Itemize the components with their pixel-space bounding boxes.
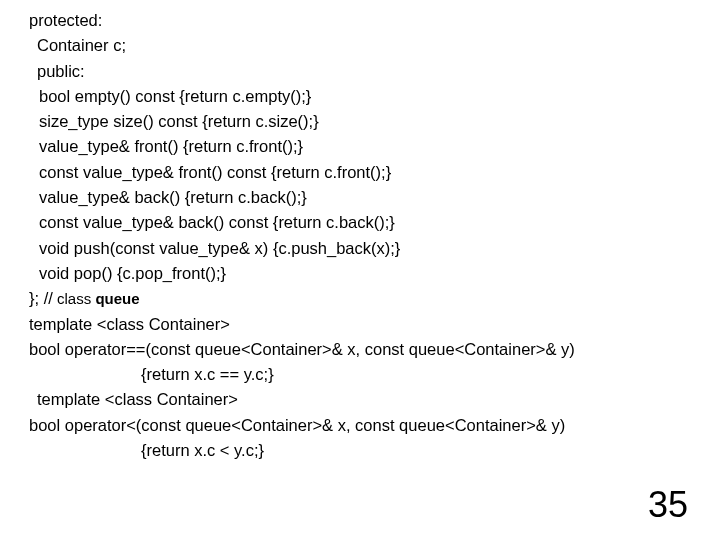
- code-line: bool operator==(const queue<Container>& …: [29, 337, 689, 362]
- page-number: 35: [648, 484, 688, 526]
- slide-root: protected: Container c; public: bool emp…: [0, 0, 720, 540]
- code-line: void pop() {c.pop_front();}: [39, 261, 689, 286]
- code-line: template <class Container>: [37, 387, 689, 412]
- code-line: template <class Container>: [29, 312, 689, 337]
- code-line: }; // class queue: [29, 286, 689, 311]
- code-line: Container c;: [37, 33, 689, 58]
- code-line: const value_type& front() const {return …: [39, 160, 689, 185]
- code-line: bool empty() const {return c.empty();}: [39, 84, 689, 109]
- code-line: public:: [37, 59, 689, 84]
- code-line: {return x.c < y.c;}: [141, 438, 689, 463]
- code-line: value_type& front() {return c.front();}: [39, 134, 689, 159]
- code-line: void push(const value_type& x) {c.push_b…: [39, 236, 689, 261]
- code-line: protected:: [29, 8, 689, 33]
- code-block: protected: Container c; public: bool emp…: [29, 8, 689, 463]
- code-line: value_type& back() {return c.back();}: [39, 185, 689, 210]
- code-line: bool operator<(const queue<Container>& x…: [29, 413, 689, 438]
- code-line: const value_type& back() const {return c…: [39, 210, 689, 235]
- code-line: size_type size() const {return c.size();…: [39, 109, 689, 134]
- code-line: {return x.c == y.c;}: [141, 362, 689, 387]
- code-fragment: }; //: [29, 289, 53, 307]
- code-fragment: queue: [95, 290, 139, 307]
- code-fragment: class: [53, 290, 96, 307]
